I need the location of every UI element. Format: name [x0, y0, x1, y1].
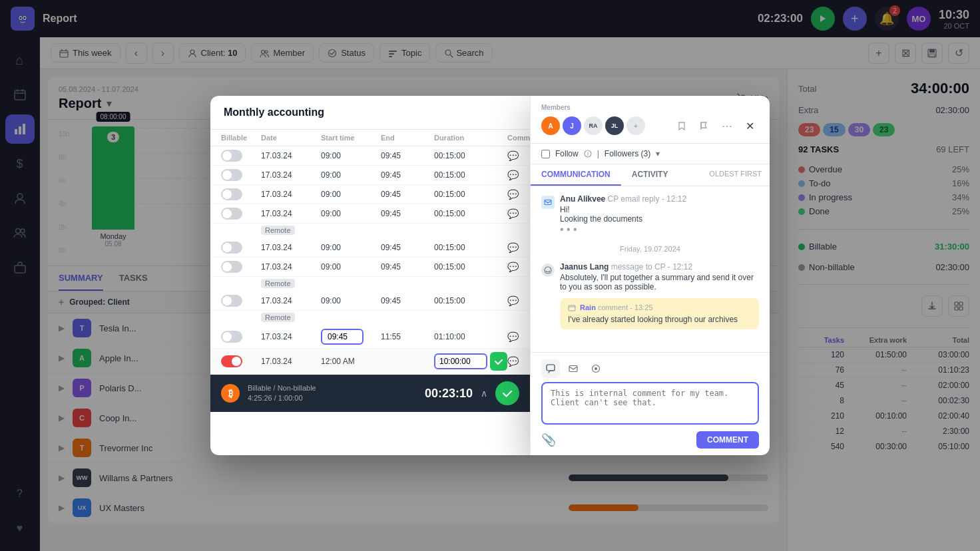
modal-row: 17.03.24 09:00 09:45 00:15:00 💬 ⋯ [210, 204, 530, 224]
bookmark-button[interactable] [672, 116, 691, 135]
comment-icon[interactable]: 💬 [507, 356, 530, 367]
email-icon [541, 196, 555, 209]
message-content-1: Anu Alikvee CP email reply - 12:12 Hi! L… [560, 194, 686, 236]
comment-icon-filled[interactable]: 💬 [507, 331, 530, 342]
date-divider: Friday, 19.07.2024 [541, 242, 759, 256]
message-2: Jaanus Lang message to CP - 12:12 Absolu… [541, 262, 759, 291]
modal-overlay: Monthly accounting Billable Date Start t… [0, 0, 980, 551]
svg-rect-44 [569, 366, 577, 372]
input-type-tabs [541, 359, 759, 378]
member-avatar-jl: JL [605, 116, 624, 135]
comment-icon[interactable]: 💬 [507, 295, 530, 306]
modal-bottom: ₿ Billable / Non-billable 4:25:26 / 1:00… [210, 375, 530, 412]
modal-new-row: 17.03.24 12:00 AM 💬 ⋯ [210, 349, 530, 375]
comment-textarea[interactable] [541, 382, 759, 425]
msg-dots-1: • • • [560, 224, 686, 236]
rain-text: I've already started looking through our… [568, 315, 751, 324]
rain-header: Rain comment - 13:25 [568, 303, 751, 312]
modal-row: 17.03.24 09:00 09:45 00:15:00 💬 ⋯ [210, 238, 530, 258]
modal-row: 17.03.24 09:00 09:45 00:15:00 💬 ⋯ [210, 185, 530, 204]
running-timer: 00:23:10 [425, 387, 473, 401]
email-tab-btn[interactable] [564, 359, 583, 378]
billable-toggle[interactable] [221, 242, 242, 254]
comment-icon[interactable]: 💬 [507, 262, 530, 272]
billable-toggle[interactable] [221, 261, 242, 273]
duration-input[interactable] [434, 353, 487, 369]
modal-row: 17.03.24 09:00 09:45 00:15:00 💬 ⋯ [210, 258, 530, 277]
msg-text-1: Hi! [560, 205, 686, 214]
confirm-button[interactable] [490, 352, 507, 371]
modal-bottom-info: Billable / Non-billable 4:25:26 / 1:00:0… [248, 383, 417, 404]
modal-title: Monthly accounting [224, 106, 324, 118]
input-area: 📎 COMMENT [531, 352, 770, 455]
comment-icon[interactable]: 💬 [507, 170, 530, 180]
modal-table-header: Billable Date Start time End Duration Co… [210, 130, 530, 146]
followers-label[interactable]: Followers (3) [605, 149, 650, 158]
followers-dropdown[interactable]: ▾ [656, 149, 660, 158]
billable-toggle[interactable] [221, 150, 242, 162]
comment-icon[interactable]: 💬 [507, 189, 530, 200]
modal-row: 17.03.24 09:00 09:45 00:15:00 💬 ⋯ [210, 146, 530, 166]
comment-icon[interactable]: 💬 [507, 208, 530, 219]
billable-toggle[interactable] [221, 331, 242, 343]
messages-area: Anu Alikvee CP email reply - 12:12 Hi! L… [531, 186, 770, 352]
internal-tab-btn[interactable] [587, 359, 605, 378]
remote-tag-row1: Remote [210, 224, 530, 238]
member-avatar-1: A [541, 116, 560, 135]
svg-rect-42 [569, 305, 575, 311]
msg-text-2: Absolutely, I'll put together a summary … [560, 273, 759, 291]
svg-rect-40 [545, 200, 551, 205]
comm-header: Members A J RA JL + [531, 96, 770, 144]
modal-row-input: 17.03.24 11:55 01:10:00 💬 ⋯ [210, 325, 530, 349]
more-options-button[interactable]: ⋯ [718, 116, 736, 135]
tab-communication[interactable]: COMMUNICATION [531, 164, 621, 186]
svg-point-46 [595, 367, 597, 370]
billable-toggle[interactable] [221, 208, 242, 220]
member-avatar-ra: RA [584, 116, 603, 135]
sender-1: Anu Alikvee CP email reply - 12:12 [560, 194, 686, 204]
modal-row: 17.03.24 09:00 09:45 00:15:00 💬 ⋯ [210, 291, 530, 311]
sender-2: Jaanus Lang message to CP - 12:12 [560, 262, 759, 272]
tab-activity[interactable]: ACTIVITY [621, 164, 679, 186]
msg-text-1b: Looking the documents [560, 214, 686, 224]
member-avatar-more[interactable]: + [626, 116, 645, 135]
modal-row: 17.03.24 09:00 09:45 00:15:00 💬 ⋯ [210, 166, 530, 185]
message-3: Rain comment - 13:25 I've already starte… [560, 298, 759, 329]
close-modal-button[interactable]: ✕ [740, 116, 759, 135]
input-footer: 📎 COMMENT [541, 431, 759, 449]
remote-tag-row3: Remote [210, 311, 530, 325]
caret-icon[interactable]: ∧ [481, 388, 487, 399]
members-label: Members [541, 104, 759, 111]
billable-toggle[interactable] [221, 169, 242, 181]
billable-toggle[interactable] [221, 188, 242, 200]
member-avatars: A J RA JL + [541, 116, 645, 135]
remote-tag-row2: Remote [210, 277, 530, 291]
comment-icon[interactable]: 💬 [507, 150, 530, 161]
comment-submit-button[interactable]: COMMENT [696, 431, 759, 449]
modal-rows: 17.03.24 09:00 09:45 00:15:00 💬 ⋯ 17.03.… [210, 146, 530, 375]
svg-rect-43 [547, 365, 555, 371]
modal-communication: Members A J RA JL + [530, 96, 770, 455]
chat-icon [541, 264, 555, 277]
comment-icon[interactable]: 💬 [507, 242, 530, 253]
modal-left: Monthly accounting Billable Date Start t… [210, 96, 530, 455]
sort-button[interactable]: OLDEST FIRST [701, 164, 770, 186]
comm-tabs: COMMUNICATION ACTIVITY OLDEST FIRST [531, 164, 770, 186]
attach-icon[interactable]: 📎 [541, 433, 556, 447]
message-content-2: Jaanus Lang message to CP - 12:12 Absolu… [560, 262, 759, 291]
chat-tab-btn[interactable] [541, 359, 560, 378]
start-time-input[interactable] [321, 329, 364, 345]
message-1: Anu Alikvee CP email reply - 12:12 Hi! L… [541, 194, 759, 236]
billable-toggle[interactable] [221, 295, 242, 307]
follow-bar: Follow | Followers (3) ▾ [531, 144, 770, 164]
svg-point-41 [545, 267, 551, 274]
flag-button[interactable] [695, 116, 714, 135]
bitcoin-icon: ₿ [221, 384, 240, 403]
follow-checkbox[interactable] [541, 150, 550, 158]
billable-toggle-red[interactable] [221, 355, 242, 367]
complete-button[interactable] [495, 381, 519, 405]
rain-bubble: Rain comment - 13:25 I've already starte… [560, 298, 759, 329]
member-avatar-2: J [563, 116, 581, 135]
